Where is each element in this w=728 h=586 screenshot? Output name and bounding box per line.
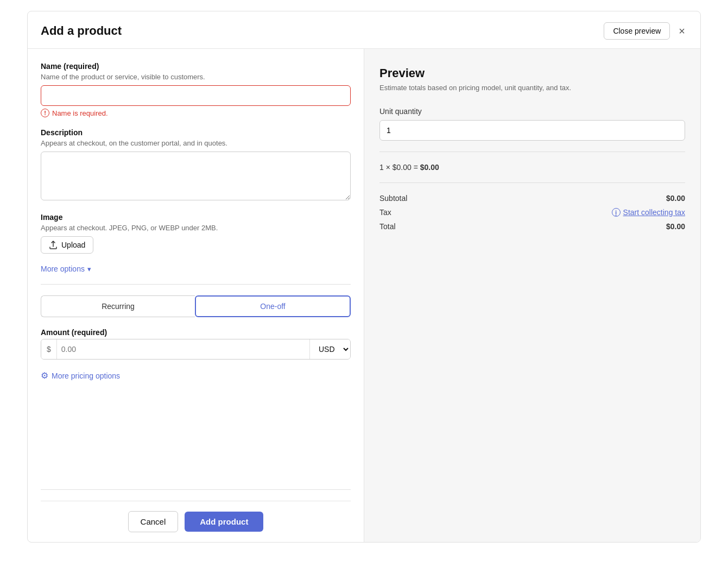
start-collecting-tax-button[interactable]: i Start collecting tax — [612, 208, 685, 217]
modal-header: Add a product Close preview × — [28, 11, 700, 49]
start-collecting-tax-label: Start collecting tax — [623, 208, 685, 217]
close-preview-button[interactable]: Close preview — [604, 22, 670, 40]
oneoff-tab[interactable]: One-off — [195, 295, 351, 317]
add-product-button[interactable]: Add product — [185, 512, 263, 532]
more-pricing-options-label: More pricing options — [52, 371, 120, 380]
name-hint: Name of the product or service, visible … — [41, 73, 351, 81]
calc-total: $0.00 — [420, 163, 439, 172]
right-panel: Preview Estimate totals based on pricing… — [364, 49, 700, 542]
form-footer: Cancel Add product — [41, 468, 351, 542]
subtotal-row: Subtotal $0.00 — [379, 194, 685, 203]
unit-quantity-label: Unit quantity — [379, 107, 685, 116]
add-product-modal: Add a product Close preview × Name (requ… — [27, 11, 701, 543]
subtotal-value: $0.00 — [666, 194, 685, 203]
name-error-text: Name is required. — [52, 109, 108, 117]
amount-label: Amount (required) — [41, 328, 351, 337]
footer-divider — [41, 489, 351, 490]
total-label: Total — [379, 222, 396, 231]
tax-row: Tax i Start collecting tax — [379, 208, 685, 217]
left-panel: Name (required) Name of the product or s… — [28, 49, 364, 542]
description-hint: Appears at checkout, on the customer por… — [41, 139, 351, 147]
cancel-button[interactable]: Cancel — [128, 511, 179, 532]
total-value: $0.00 — [666, 222, 685, 231]
image-section: Image Appears at checkout. JPEG, PNG, or… — [41, 213, 351, 254]
upload-button[interactable]: Upload — [41, 236, 93, 254]
image-label: Image — [41, 213, 351, 222]
name-label: Name (required) — [41, 62, 351, 71]
more-options-button[interactable]: More options ▾ — [41, 264, 91, 273]
info-icon: i — [612, 208, 621, 217]
preview-subtitle: Estimate totals based on pricing model, … — [379, 84, 685, 92]
unit-quantity-input[interactable] — [379, 120, 685, 141]
calc-text: 1 × $0.00 = — [379, 163, 418, 172]
modal-footer-buttons: Cancel Add product — [41, 501, 351, 542]
modal-body: Name (required) Name of the product or s… — [28, 49, 700, 542]
name-input[interactable] — [41, 85, 351, 106]
upload-label: Upload — [61, 241, 85, 249]
close-modal-button[interactable]: × — [676, 23, 687, 39]
name-error: ! Name is required. — [41, 109, 351, 117]
header-actions: Close preview × — [604, 22, 687, 40]
modal-title: Add a product — [41, 24, 122, 38]
amount-input-row: $ USD EUR GBP — [41, 339, 351, 360]
chevron-down-icon: ▾ — [87, 265, 91, 273]
name-section: Name (required) Name of the product or s… — [41, 62, 351, 117]
total-row: Total $0.00 — [379, 222, 685, 231]
recurring-tab[interactable]: Recurring — [41, 295, 195, 317]
more-options-label: More options — [41, 264, 85, 273]
calc-row: 1 × $0.00 = $0.00 — [379, 163, 685, 172]
tax-label: Tax — [379, 208, 391, 217]
error-icon: ! — [41, 109, 49, 117]
amount-prefix: $ — [41, 339, 57, 359]
pricing-type-tabs: Recurring One-off — [41, 295, 351, 317]
preview-divider-2 — [379, 182, 685, 183]
preview-title: Preview — [379, 66, 685, 80]
amount-section: Amount (required) $ USD EUR GBP — [41, 328, 351, 360]
description-section: Description Appears at checkout, on the … — [41, 128, 351, 202]
subtotal-label: Subtotal — [379, 194, 407, 203]
upload-icon — [49, 241, 58, 249]
amount-input[interactable] — [57, 339, 309, 359]
description-label: Description — [41, 128, 351, 137]
form-scroll-area: Name (required) Name of the product or s… — [41, 62, 351, 468]
currency-select[interactable]: USD EUR GBP — [309, 339, 350, 359]
preview-divider-1 — [379, 152, 685, 152]
more-pricing-options-button[interactable]: ⚙ More pricing options — [41, 370, 120, 381]
description-input[interactable] — [41, 152, 351, 200]
section-divider — [41, 284, 351, 285]
image-hint: Appears at checkout. JPEG, PNG, or WEBP … — [41, 224, 351, 232]
gear-icon: ⚙ — [41, 370, 48, 381]
